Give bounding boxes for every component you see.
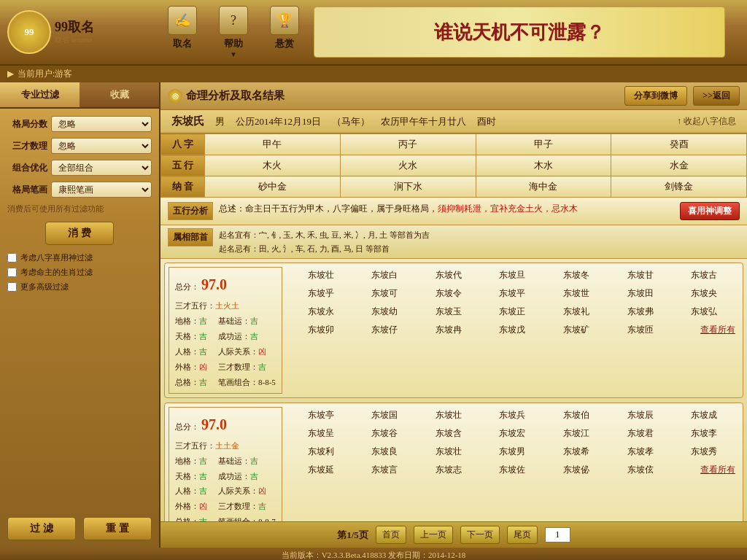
nav-help[interactable]: ? 帮助 ▼ [219,6,248,58]
view-all-2[interactable]: 查看所有 [673,462,735,478]
name-dongpoyu[interactable]: 东坡玉 [417,303,480,320]
name-dongpocheng2[interactable]: 东坡呈 [290,425,352,442]
name-dongpoyang[interactable]: 东坡央 [673,285,735,302]
page-next-button[interactable]: 下一页 [460,526,500,544]
name-dongpozhuang-3[interactable]: 东坡壮 [417,443,480,460]
collect-button[interactable]: ↑ 收起八字信息 [677,115,736,128]
name-dongposhi[interactable]: 东坡世 [545,285,608,302]
name-dongpokuang[interactable]: 东坡矿 [545,322,608,338]
name-dongpochen[interactable]: 东坡辰 [609,407,672,424]
name-dongpodan[interactable]: 东坡旦 [481,267,544,284]
name-dongpojun[interactable]: 东坡君 [609,425,672,442]
name-dongpoli3[interactable]: 东坡利 [290,443,352,460]
checkbox-shengxiao-input[interactable] [7,268,17,277]
name-dongpozuo[interactable]: 东坡佐 [481,462,544,478]
name-dongpohong2[interactable]: 东坡宏 [481,425,544,442]
page-prev-button[interactable]: 上一页 [414,526,453,544]
view-all-1[interactable]: 查看所有 [673,322,735,338]
name-dongpohan[interactable]: 东坡含 [417,425,480,442]
name-dongpofu[interactable]: 东坡弗 [609,303,672,320]
share-weibo-button[interactable]: 分享到微博 [624,86,687,106]
consume-button[interactable]: 消 费 [45,222,114,245]
page-input[interactable] [545,527,570,542]
logo-subtitle: 取名 iename [55,36,94,44]
tab-favorites[interactable]: 收藏 [80,82,159,109]
name-dongpoguo[interactable]: 东坡国 [353,407,416,424]
sidebar: 专业过滤 收藏 格局分数 忽略 三才数理 忽略 组合优化 全部组合 [0,82,160,548]
filter-select-sancai[interactable]: 忽略 [51,138,152,154]
name-dongpoyou[interactable]: 东坡幼 [353,303,416,320]
name-dongpoli[interactable]: 东坡礼 [545,303,608,320]
name-dongpodai[interactable]: 东坡代 [417,267,480,284]
nav-reward[interactable]: 🏆 悬赏 [270,6,299,58]
checkbox-xiyongshen-input[interactable] [7,253,17,262]
wuxing-1: 木火 [205,155,341,176]
name-dongpocheng[interactable]: 东坡成 [673,407,735,424]
name-dongpozheng[interactable]: 东坡正 [481,303,544,320]
name-dongpobing[interactable]: 东坡兵 [481,407,544,424]
checkbox-advanced-input[interactable] [7,282,17,292]
name-dongpogan[interactable]: 东坡甘 [609,267,672,284]
return-button[interactable]: >>返回 [693,86,740,106]
filter-select-zuhe[interactable]: 全部组合 [51,160,152,176]
filter-select-gejufenshu[interactable]: 忽略 [51,116,152,132]
result-names-1: 东坡壮 东坡白 东坡代 东坡旦 东坡冬 东坡甘 东坡古 东坡乎 东坡可 东坡令 … [286,267,739,393]
name-dongpoliang[interactable]: 东坡良 [353,443,416,460]
name-dongpoxiao[interactable]: 东坡孝 [609,443,672,460]
name-dongpayan[interactable]: 东坡延 [290,462,352,478]
name-dongpoyong[interactable]: 东坡永 [290,303,352,320]
name-dongpozhi[interactable]: 东坡志 [417,462,480,478]
name-dongpohu[interactable]: 东坡乎 [290,285,352,302]
name-dongpojiang[interactable]: 东坡江 [545,425,608,442]
name-dongpoxuan[interactable]: 东坡伭 [609,462,672,478]
result-names-2: 东坡亭 东坡国 东坡壮 东坡兵 东坡伯 东坡辰 东坡成 东坡呈 东坡谷 东坡含 … [286,407,739,521]
person-info: 东坡氏 男 公历2014年12月19日 （马年） 农历甲午年十月廿八 酉时 ↑ … [160,110,747,133]
name-dongpoxiu[interactable]: 东坡秀 [673,443,735,460]
name-dongpogu2[interactable]: 东坡谷 [353,425,416,442]
name-dongpozi-1[interactable]: 东坡仔 [353,322,416,338]
name-dongpodong[interactable]: 东坡冬 [545,267,608,284]
sidebar-content: 格局分数 忽略 三才数理 忽略 组合优化 全部组合 格局笔画 [0,109,159,510]
filter-select-bihua[interactable]: 康熙笔画 [51,182,152,198]
name-dongpoyan2[interactable]: 东坡言 [353,462,416,478]
name-dongpomao[interactable]: 东坡卯 [290,322,352,338]
banner: 谁说天机不可泄露？ [314,7,725,58]
person-time: 酉时 [477,115,496,128]
tab-filter[interactable]: 专业过滤 [0,82,80,109]
name-dongpowu[interactable]: 东坡戊 [481,322,544,338]
name-dongpoping[interactable]: 东坡平 [481,285,544,302]
name-dongpoli2[interactable]: 东坡李 [673,425,735,442]
wuxing-3: 木水 [476,155,611,176]
name-dongpoza[interactable]: 东坡匝 [609,322,672,338]
nayin-3: 海中金 [476,176,611,198]
name-dongpozhuang-2[interactable]: 东坡壮 [417,407,480,424]
name-dongpoxi[interactable]: 东坡希 [545,443,608,460]
reset-button[interactable]: 重 置 [83,517,152,540]
name-dongpobai[interactable]: 东坡白 [353,267,416,284]
page-last-button[interactable]: 尾页 [507,526,538,544]
name-dongpopi[interactable]: 东坡佖 [545,462,608,478]
results-scroll[interactable]: 总分： 97.0 三才五行：土火土 地格：吉 天格：吉 人格：吉 外格：凶 总格… [160,259,747,521]
filter-button[interactable]: 过 滤 [7,517,76,540]
xiyongshen-adjust-button[interactable]: 喜用神调整 [680,202,740,220]
name-dongpozhuang-1[interactable]: 东坡壮 [290,267,352,284]
sidebar-note: 消费后可使用所有过滤功能 [7,203,152,214]
name-dongpotian[interactable]: 东坡田 [609,285,672,302]
content-area: ◎ 命理分析及取名结果 分享到微博 >>返回 东坡氏 男 公历2014年12月1… [160,82,747,548]
bazi-table: 八 字 甲午 丙子 甲子 癸酉 五 行 木火 火水 木水 水金 纳 音 砂中金 … [160,133,747,198]
name-dongpogu[interactable]: 东坡古 [673,267,735,284]
shuxiang-content: 起名宜有：宀, 钅, 玉, 木, 禾, 虫, 豆, 米, 冫, 月, 土 等部首… [219,228,740,255]
name-dongpobo[interactable]: 东坡伯 [545,407,608,424]
page-first-button[interactable]: 首页 [376,526,406,544]
name-dongponan[interactable]: 东坡男 [481,443,544,460]
name-dongporan[interactable]: 东坡冉 [417,322,480,338]
wuxing-analysis-label: 五行分析 [168,202,213,220]
name-dongpoke[interactable]: 东坡可 [353,285,416,302]
nav-naming[interactable]: ✍ 取名 [168,6,197,58]
version-text: 当前版本：V2.3.3.Beta.418833 发布日期：2014-12-18 [282,550,466,560]
name-dongpoting[interactable]: 东坡亭 [290,407,352,424]
name-dongpohong[interactable]: 东坡弘 [673,303,735,320]
nav-naming-label: 取名 [173,37,192,50]
wuxing-label: 五 行 [161,155,205,176]
name-dongpoling[interactable]: 东坡令 [417,285,480,302]
